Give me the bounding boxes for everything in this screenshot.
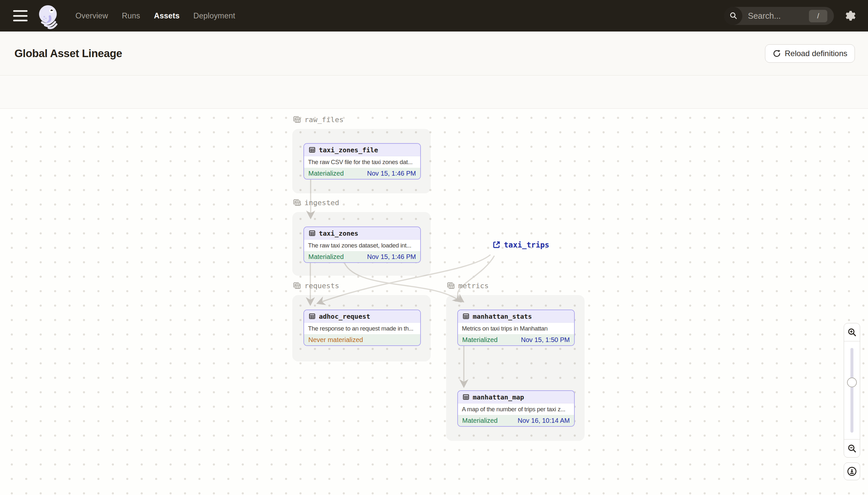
reload-definitions-button[interactable]: Reload definitions	[765, 44, 855, 63]
asset-card-header: manhattan_map	[458, 391, 574, 404]
asset-name: taxi_zones_file	[319, 146, 378, 154]
table-icon	[308, 312, 316, 320]
zoom-slider-knob[interactable]	[847, 377, 857, 387]
asset-status-bar: Materialized Nov 16, 10:14 AM	[458, 415, 574, 426]
asset-node-taxi-zones-file[interactable]: taxi_zones_file The raw CSV file for the…	[303, 143, 421, 180]
zoom-out-icon	[847, 443, 857, 453]
group-label-raw-files[interactable]: raw_files	[292, 115, 343, 124]
asset-description: The raw CSV file for the taxi zones dat.…	[304, 156, 420, 168]
status-badge: Materialized	[308, 253, 344, 261]
group-label-requests[interactable]: requests	[292, 281, 339, 290]
asset-node-adhoc-request[interactable]: adhoc_request The response to an request…	[303, 309, 421, 346]
asset-card-header: taxi_zones_file	[304, 144, 420, 156]
zoom-in-icon	[847, 327, 857, 337]
table-icon	[462, 312, 470, 320]
nav-links: Overview Runs Assets Deployment	[75, 12, 235, 20]
download-circle-icon	[847, 466, 857, 477]
lineage-canvas[interactable]: raw_files ingested requests metrics	[0, 109, 868, 495]
dagster-logo-icon[interactable]	[35, 2, 61, 30]
asset-description: A map of the number of trips per taxi z.…	[458, 404, 574, 415]
nav-link-overview[interactable]: Overview	[75, 12, 108, 20]
global-search[interactable]: /	[724, 7, 834, 25]
page-title: Global Asset Lineage	[14, 47, 122, 60]
status-badge: Never materialized	[308, 336, 363, 344]
asset-node-taxi-zones[interactable]: taxi_zones The raw taxi zones dataset, l…	[303, 226, 421, 263]
export-view-button[interactable]	[844, 462, 860, 480]
group-table-icon	[292, 281, 301, 290]
nav-link-assets[interactable]: Assets	[154, 12, 179, 20]
asset-status-bar: Never materialized	[304, 334, 420, 345]
asset-card-header: adhoc_request	[304, 310, 420, 323]
materialization-timestamp: Nov 15, 1:46 PM	[367, 253, 416, 261]
asset-status-bar: Materialized Nov 15, 1:46 PM	[304, 168, 420, 179]
lineage-toolbar: Filter Clear query	[0, 75, 868, 109]
status-badge: Materialized	[462, 417, 498, 424]
asset-name: manhattan_stats	[473, 312, 532, 320]
asset-description: Metrics on taxi trips in Manhattan	[458, 323, 574, 334]
zoom-controls	[844, 323, 860, 458]
external-link-icon	[492, 240, 501, 249]
zoom-in-button[interactable]	[844, 323, 860, 341]
materialization-timestamp: Nov 15, 1:50 PM	[521, 336, 570, 344]
status-badge: Materialized	[462, 336, 498, 344]
search-icon	[724, 7, 742, 25]
asset-description: The raw taxi zones dataset, loaded int..…	[304, 240, 420, 251]
materialization-timestamp: Nov 16, 10:14 AM	[518, 417, 570, 424]
table-icon	[308, 146, 316, 154]
asset-card-header: manhattan_stats	[458, 310, 574, 323]
reload-icon	[773, 49, 781, 58]
group-label-ingested[interactable]: ingested	[292, 198, 339, 207]
lineage-edges	[0, 109, 868, 495]
nav-link-runs[interactable]: Runs	[122, 12, 140, 20]
asset-card-header: taxi_zones	[304, 227, 420, 240]
status-badge: Materialized	[308, 170, 344, 177]
top-nav: Overview Runs Assets Deployment /	[0, 0, 868, 32]
group-table-icon	[446, 281, 455, 290]
zoom-out-button[interactable]	[844, 439, 860, 457]
settings-gear-icon[interactable]	[843, 9, 857, 23]
asset-status-bar: Materialized Nov 15, 1:50 PM	[458, 334, 574, 345]
materialization-timestamp: Nov 15, 1:46 PM	[367, 170, 416, 177]
asset-name: taxi_zones	[319, 229, 358, 237]
asset-node-manhattan-map[interactable]: manhattan_map A map of the number of tri…	[457, 390, 575, 427]
nav-link-deployment[interactable]: Deployment	[194, 12, 235, 20]
group-table-icon	[292, 198, 301, 207]
table-icon	[308, 229, 316, 237]
asset-name: manhattan_map	[473, 393, 524, 401]
asset-name: adhoc_request	[319, 312, 370, 320]
search-input[interactable]	[748, 7, 804, 25]
table-icon	[462, 393, 470, 401]
page-header: Global Asset Lineage Reload definitions	[0, 32, 868, 75]
asset-node-manhattan-stats[interactable]: manhattan_stats Metrics on taxi trips in…	[457, 309, 575, 346]
asset-description: The response to an request made in th...	[304, 323, 420, 334]
zoom-slider[interactable]	[844, 341, 860, 439]
zoom-slider-track[interactable]	[851, 348, 854, 433]
search-shortcut-badge: /	[809, 10, 827, 22]
group-table-icon	[292, 115, 301, 124]
asset-status-bar: Materialized Nov 15, 1:46 PM	[304, 251, 420, 262]
hamburger-menu-icon[interactable]	[13, 10, 28, 21]
external-asset-taxi-trips[interactable]: taxi_trips	[492, 240, 549, 249]
group-label-metrics[interactable]: metrics	[446, 281, 489, 290]
